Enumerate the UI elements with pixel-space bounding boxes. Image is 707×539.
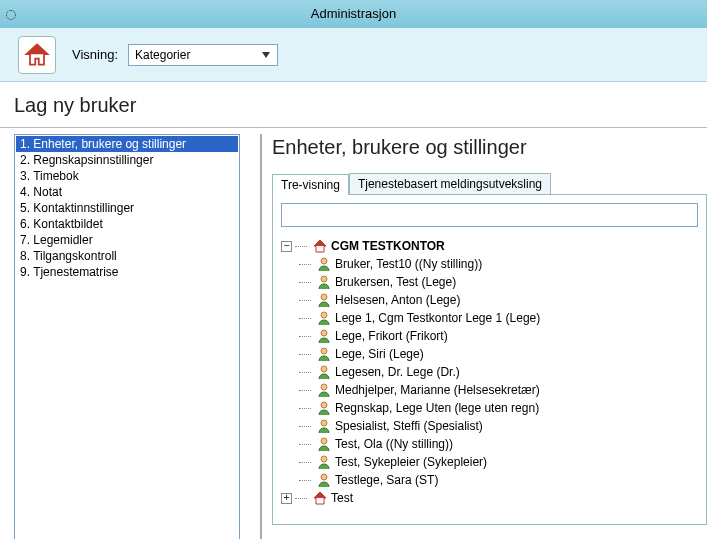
tree-user-label: Lege 1, Cgm Testkontor Lege 1 (Lege) <box>335 311 540 325</box>
svg-point-5 <box>321 258 327 264</box>
svg-point-13 <box>321 402 327 408</box>
tree-user-label: Lege, Siri (Lege) <box>335 347 424 361</box>
svg-point-17 <box>321 474 327 480</box>
user-icon <box>316 346 332 362</box>
tree-root-row[interactable]: − CGM TESTKONTOR <box>281 237 698 255</box>
svg-point-7 <box>321 294 327 300</box>
user-icon <box>316 436 332 452</box>
user-icon <box>316 328 332 344</box>
svg-marker-2 <box>262 52 270 58</box>
tree-user-label: Test, Sykepleier (Sykepleier) <box>335 455 487 469</box>
visning-dropdown[interactable]: Kategorier <box>128 44 278 66</box>
right-title: Enheter, brukere og stillinger <box>272 136 707 159</box>
user-icon <box>316 472 332 488</box>
tree-user-label: Legesen, Dr. Lege (Dr.) <box>335 365 460 379</box>
svg-point-11 <box>321 366 327 372</box>
chevron-down-icon <box>259 48 273 62</box>
svg-point-15 <box>321 438 327 444</box>
tree[interactable]: − CGM TESTKONTOR Bruker, Test10 ((Ny sti… <box>281 237 698 507</box>
svg-point-10 <box>321 348 327 354</box>
tab-tjenestebasert[interactable]: Tjenestebasert meldingsutveksling <box>349 173 551 194</box>
category-item[interactable]: 9. Tjenestematrise <box>16 264 238 280</box>
tree-user-row[interactable]: Legesen, Dr. Lege (Dr.) <box>299 363 698 381</box>
tree-root-label: Test <box>331 491 353 505</box>
tree-user-label: Helsesen, Anton (Lege) <box>335 293 460 307</box>
body-row: 1. Enheter, brukere og stillinger2. Regn… <box>0 128 707 539</box>
category-item[interactable]: 1. Enheter, brukere og stillinger <box>16 136 238 152</box>
category-item[interactable]: 3. Timebok <box>16 168 238 184</box>
tree-user-row[interactable]: Lege, Frikort (Frikort) <box>299 327 698 345</box>
tree-user-label: Lege, Frikort (Frikort) <box>335 329 448 343</box>
tree-user-row[interactable]: Regnskap, Lege Uten (lege uten regn) <box>299 399 698 417</box>
user-icon <box>316 256 332 272</box>
visning-label: Visning: <box>72 47 118 62</box>
category-item[interactable]: 8. Tilgangskontroll <box>16 248 238 264</box>
category-item[interactable]: 2. Regnskapsinnstillinger <box>16 152 238 168</box>
category-item[interactable]: 4. Notat <box>16 184 238 200</box>
house-icon <box>312 238 328 254</box>
visning-value: Kategorier <box>135 48 190 62</box>
tree-user-label: Brukersen, Test (Lege) <box>335 275 456 289</box>
tree-root-row[interactable]: + Test <box>281 489 698 507</box>
svg-point-12 <box>321 384 327 390</box>
svg-point-14 <box>321 420 327 426</box>
tree-user-row[interactable]: Medhjelper, Marianne (Helsesekretær) <box>299 381 698 399</box>
tree-user-label: Regnskap, Lege Uten (lege uten regn) <box>335 401 539 415</box>
tab-label: Tre-visning <box>281 178 340 192</box>
tree-user-row[interactable]: Test, Ola ((Ny stilling)) <box>299 435 698 453</box>
collapse-icon[interactable]: − <box>281 241 292 252</box>
tree-user-row[interactable]: Brukersen, Test (Lege) <box>299 273 698 291</box>
user-icon <box>316 292 332 308</box>
user-icon <box>316 418 332 434</box>
tab-tre-visning[interactable]: Tre-visning <box>272 174 349 195</box>
tree-user-label: Test, Ola ((Ny stilling)) <box>335 437 453 451</box>
window-title: Administrasjon <box>311 0 396 28</box>
category-item[interactable]: 5. Kontaktinnstillinger <box>16 200 238 216</box>
svg-point-16 <box>321 456 327 462</box>
user-icon <box>316 274 332 290</box>
svg-marker-4 <box>314 240 326 246</box>
user-icon <box>316 400 332 416</box>
expand-icon[interactable]: + <box>281 493 292 504</box>
search-input[interactable] <box>281 203 698 227</box>
user-icon <box>316 364 332 380</box>
user-icon <box>316 454 332 470</box>
home-button[interactable] <box>18 36 56 74</box>
svg-marker-19 <box>314 492 326 498</box>
tree-user-row[interactable]: Helsesen, Anton (Lege) <box>299 291 698 309</box>
tree-user-row[interactable]: Test, Sykepleier (Sykepleier) <box>299 453 698 471</box>
tree-user-label: Spesialist, Steffi (Spesialist) <box>335 419 483 433</box>
tree-user-label: Medhjelper, Marianne (Helsesekretær) <box>335 383 540 397</box>
user-icon <box>316 310 332 326</box>
tree-user-row[interactable]: Bruker, Test10 ((Ny stilling)) <box>299 255 698 273</box>
tree-user-row[interactable]: Spesialist, Steffi (Spesialist) <box>299 417 698 435</box>
tab-label: Tjenestebasert meldingsutveksling <box>358 177 542 191</box>
tree-root-label: CGM TESTKONTOR <box>331 239 445 253</box>
page-title: Lag ny bruker <box>0 82 707 128</box>
user-icon <box>316 382 332 398</box>
toolbar: Visning: Kategorier <box>0 28 707 82</box>
tab-strip: Tre-visning Tjenestebasert meldingsutvek… <box>272 173 707 195</box>
svg-point-9 <box>321 330 327 336</box>
tree-user-row[interactable]: Lege, Siri (Lege) <box>299 345 698 363</box>
house-icon <box>312 490 328 506</box>
category-list[interactable]: 1. Enheter, brukere og stillinger2. Regn… <box>14 134 240 539</box>
tree-user-label: Bruker, Test10 ((Ny stilling)) <box>335 257 482 271</box>
tab-content: − CGM TESTKONTOR Bruker, Test10 ((Ny sti… <box>272 195 707 525</box>
home-icon <box>23 41 51 69</box>
svg-point-8 <box>321 312 327 318</box>
svg-point-6 <box>321 276 327 282</box>
category-item[interactable]: 6. Kontaktbildet <box>16 216 238 232</box>
right-pane: Enheter, brukere og stillinger Tre-visni… <box>260 134 707 539</box>
tree-user-row[interactable]: Lege 1, Cgm Testkontor Lege 1 (Lege) <box>299 309 698 327</box>
tree-user-row[interactable]: Testlege, Sara (ST) <box>299 471 698 489</box>
title-bar: Administrasjon <box>0 0 707 28</box>
svg-marker-1 <box>27 44 48 54</box>
tree-user-label: Testlege, Sara (ST) <box>335 473 438 487</box>
app-icon <box>6 10 16 20</box>
category-item[interactable]: 7. Legemidler <box>16 232 238 248</box>
